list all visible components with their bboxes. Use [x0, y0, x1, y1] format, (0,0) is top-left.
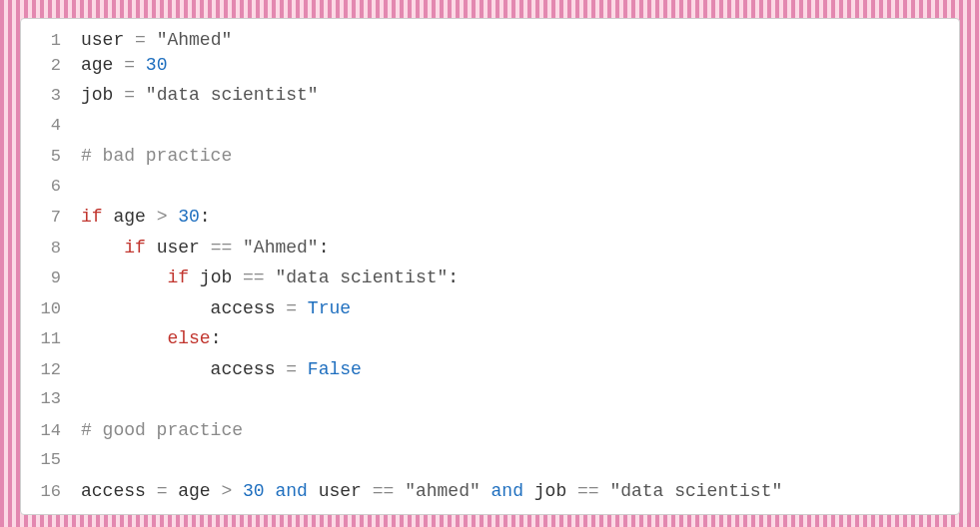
code-content: else:	[81, 323, 221, 354]
code-token: =	[157, 481, 179, 501]
code-token: # bad practice	[81, 146, 232, 166]
code-token: =	[286, 298, 308, 318]
code-token: job	[81, 85, 124, 105]
code-content: if job == "data scientist":	[81, 263, 459, 293]
code-token: and	[491, 481, 534, 501]
code-line: 12 access = False	[21, 354, 959, 385]
code-token: =	[286, 359, 308, 379]
code-token: 30	[243, 481, 265, 501]
code-token	[265, 481, 276, 501]
code-token: if	[167, 267, 199, 287]
code-content: age = 30	[81, 50, 167, 81]
code-content: access = False	[81, 354, 362, 385]
code-content: access = True	[81, 293, 351, 324]
code-line: 4	[21, 111, 959, 142]
code-token	[81, 267, 167, 287]
line-number: 7	[21, 203, 81, 234]
code-line: 9 if job == "data scientist":	[21, 263, 959, 293]
code-token: :	[319, 238, 330, 258]
line-number: 8	[21, 234, 81, 264]
code-token: # good practice	[81, 420, 243, 440]
code-token: access	[81, 298, 286, 318]
code-content: # good practice	[81, 415, 243, 446]
line-number: 13	[21, 384, 81, 415]
code-token: else	[167, 328, 210, 348]
code-token: age	[81, 55, 124, 75]
code-token	[81, 328, 167, 348]
code-token: job	[200, 267, 243, 287]
code-line: 2age = 30	[21, 50, 959, 81]
code-token: =	[135, 30, 157, 50]
code-token: user	[319, 481, 373, 501]
code-token	[81, 238, 124, 258]
code-editor: 1user = "Ahmed"2age = 303job = "data sci…	[20, 18, 960, 515]
code-token: False	[308, 359, 362, 379]
line-number: 5	[21, 142, 81, 173]
code-token: and	[275, 481, 318, 501]
code-token: True	[308, 298, 351, 318]
line-number: 15	[21, 445, 81, 476]
code-token: =	[124, 55, 146, 75]
code-line: 15	[21, 445, 959, 476]
code-token: access	[81, 359, 286, 379]
code-token	[481, 481, 491, 501]
line-number: 4	[21, 111, 81, 142]
code-line: 3job = "data scientist"	[21, 80, 959, 111]
code-line: 5# bad practice	[21, 141, 959, 172]
line-number: 3	[21, 81, 81, 112]
code-line: 10 access = True	[21, 293, 959, 324]
code-line: 7if age > 30:	[21, 202, 959, 233]
code-token: ==	[577, 481, 609, 501]
code-content: # bad practice	[81, 141, 232, 172]
code-token: "Ahmed"	[243, 238, 319, 258]
code-line: 16access = age > 30 and user == "ahmed" …	[21, 476, 959, 507]
code-token: :	[448, 267, 459, 287]
code-body: 1user = "Ahmed"2age = 303job = "data sci…	[21, 19, 959, 506]
code-token: "data scientist"	[275, 267, 448, 287]
line-number: 16	[21, 477, 81, 508]
code-token: user	[157, 238, 211, 258]
line-number: 6	[21, 172, 81, 203]
line-number: 9	[21, 264, 81, 294]
code-content: access = age > 30 and user == "ahmed" an…	[81, 476, 782, 507]
code-line: 1user = "Ahmed"	[21, 19, 959, 50]
code-token: :	[200, 207, 211, 227]
code-line: 8 if user == "Ahmed":	[21, 233, 959, 264]
line-number: 2	[21, 51, 81, 82]
code-token: job	[534, 481, 577, 501]
code-token: "data scientist"	[609, 481, 782, 501]
code-token: >	[157, 207, 179, 227]
code-token: if	[81, 207, 113, 227]
code-token: age	[178, 481, 221, 501]
line-number: 12	[21, 355, 81, 386]
line-number: 14	[21, 416, 81, 447]
code-content: job = "data scientist"	[81, 80, 319, 111]
code-content: if user == "Ahmed":	[81, 233, 329, 264]
code-token: ==	[373, 481, 405, 501]
code-content: if age > 30:	[81, 202, 211, 233]
code-line: 13	[21, 384, 959, 415]
code-line: 6	[21, 172, 959, 203]
code-token: "ahmed"	[405, 481, 481, 501]
code-token: age	[113, 207, 156, 227]
code-token: :	[211, 328, 222, 348]
code-token: ==	[211, 238, 243, 258]
code-token: =	[124, 85, 146, 105]
code-token: access	[81, 481, 157, 501]
code-line: 14# good practice	[21, 415, 959, 446]
code-token: "data scientist"	[146, 85, 319, 105]
code-line: 11 else:	[21, 323, 959, 354]
line-number: 11	[21, 324, 81, 355]
code-token: if	[124, 238, 156, 258]
code-token: user	[81, 30, 135, 50]
line-number: 10	[21, 294, 81, 325]
code-token: >	[221, 481, 243, 501]
code-token: ==	[243, 267, 275, 287]
code-token: "Ahmed"	[157, 30, 233, 50]
code-token: 30	[146, 55, 168, 75]
code-token: 30	[178, 207, 200, 227]
